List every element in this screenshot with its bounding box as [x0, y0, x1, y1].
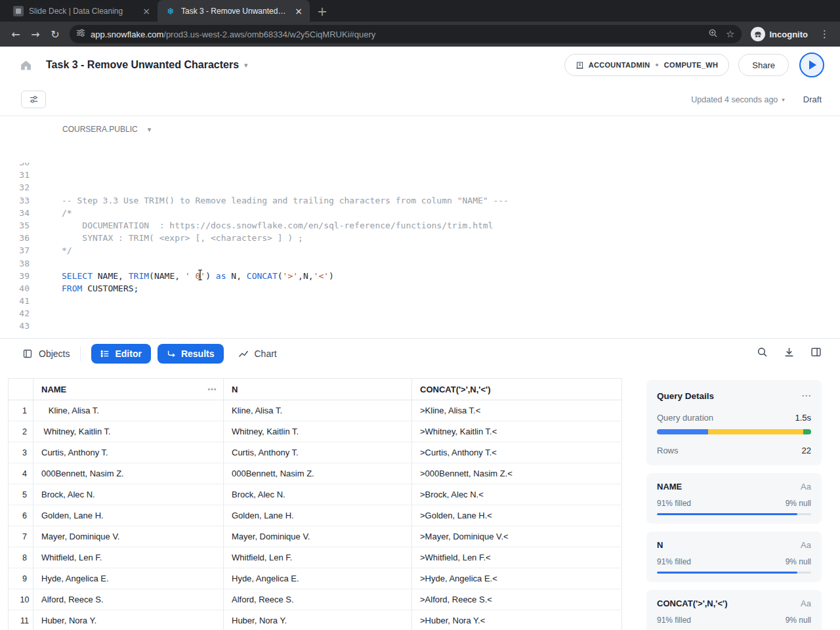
cell-name[interactable]: Golden, Lane H. — [33, 505, 224, 526]
code-line[interactable]: 30 — [0, 163, 840, 169]
table-row[interactable]: 11Huber, Nora Y.Huber, Nora Y.>Huber, No… — [9, 610, 622, 630]
tab-editor[interactable]: Editor — [91, 344, 150, 364]
tab-close-icon[interactable]: × — [140, 6, 152, 16]
cell-concat[interactable]: >Huber, Nora Y.< — [412, 610, 622, 630]
site-settings-icon[interactable] — [76, 28, 85, 40]
table-row[interactable]: 2 Whitney, Kaitlin T.Whitney, Kaitlin T.… — [9, 421, 622, 442]
cell-n[interactable]: Kline, Alisa T. — [224, 400, 412, 421]
line-number: 33 — [0, 194, 30, 207]
code-line[interactable]: 31 — [0, 169, 840, 181]
cell-name[interactable]: Alford, Reece S. — [33, 589, 224, 610]
column-header-name[interactable]: NAME ⋯ — [33, 379, 224, 400]
layout-toggle-button[interactable] — [810, 346, 822, 360]
run-button[interactable] — [799, 52, 824, 77]
cell-n[interactable]: Whitney, Kaitlin T. — [224, 421, 412, 442]
updated-status[interactable]: Updated 4 seconds ago ▾ — [691, 95, 785, 104]
download-button[interactable] — [784, 346, 795, 360]
sql-editor[interactable]: COURSERA.PUBLIC ▾ 30313233-- Step 3.3 Us… — [0, 116, 840, 338]
table-row[interactable]: 6Golden, Lane H.Golden, Lane H.>Golden, … — [9, 505, 622, 526]
column-header-concat[interactable]: CONCAT('>',N,'<') — [412, 379, 622, 400]
code-line[interactable]: 33-- Step 3.3 Use TRIM() to Remove leadi… — [0, 194, 840, 207]
column-stat-card[interactable]: CONCAT('>',N,'<')Aa91% filled9% null — [646, 590, 822, 630]
cell-name[interactable]: Brock, Alec N. — [33, 484, 224, 505]
cell-concat[interactable]: >000Bennett, Nasim Z.< — [412, 463, 622, 484]
cell-n[interactable]: Whitfield, Len F. — [224, 547, 412, 568]
cell-concat[interactable]: >Golden, Lane H.< — [412, 505, 622, 526]
code-line[interactable]: 42 — [0, 307, 840, 320]
code-line[interactable]: 36 SYNTAX : TRIM( <expr> [, <characters>… — [0, 232, 840, 244]
back-button[interactable]: ← — [7, 25, 25, 43]
cell-n[interactable]: Brock, Alec N. — [224, 484, 412, 505]
search-button[interactable] — [757, 346, 768, 360]
address-bar[interactable]: app.snowflake.com/prod3.us-west-2.aws/om… — [70, 25, 742, 43]
tab-chart[interactable]: Chart — [238, 348, 277, 359]
duration-label: Query duration — [657, 413, 713, 423]
cell-name[interactable]: Mayer, Dominique V. — [33, 526, 224, 547]
forward-button[interactable]: → — [26, 25, 45, 43]
code-line[interactable]: 38 — [0, 257, 840, 270]
cell-concat[interactable]: >Kline, Alisa T.< — [412, 400, 622, 421]
cell-concat[interactable]: >Curtis, Anthony T.< — [412, 442, 622, 463]
table-row[interactable]: 7Mayer, Dominique V.Mayer, Dominique V.>… — [9, 526, 622, 547]
column-header-n[interactable]: N — [224, 379, 412, 400]
sidebar-toggle-button[interactable] — [21, 91, 46, 108]
zoom-icon[interactable] — [708, 28, 718, 41]
cell-name[interactable]: Hyde, Angelica E. — [33, 568, 224, 589]
browser-menu-button[interactable]: ⋮ — [816, 28, 833, 40]
code-line[interactable]: 32 — [0, 181, 840, 194]
cell-n[interactable]: Huber, Nora Y. — [224, 610, 412, 630]
code-line[interactable]: 37*/ — [0, 244, 840, 257]
code-line[interactable]: 43 — [0, 320, 840, 332]
cell-name[interactable]: Huber, Nora Y. — [33, 610, 224, 630]
cell-concat[interactable]: >Whitfield, Len F.< — [412, 547, 622, 568]
cell-n[interactable]: Alford, Reece S. — [224, 589, 412, 610]
cell-n[interactable]: Curtis, Anthony T. — [224, 442, 412, 463]
browser-tab[interactable]: ❄Task 3 - Remove Unwanted Characters× — [158, 0, 310, 22]
reload-button[interactable]: ↻ — [46, 25, 64, 43]
cell-n[interactable]: 000Bennett, Nasim Z. — [224, 463, 412, 484]
column-stat-card[interactable]: NAa91% filled9% null — [646, 532, 822, 582]
more-menu-icon[interactable]: ⋯ — [801, 390, 811, 402]
cell-name[interactable]: Whitney, Kaitlin T. — [33, 421, 224, 442]
code-line[interactable]: 39SELECT NAME, TRIM(NAME, ' 0') as N, CO… — [0, 270, 840, 282]
cell-concat[interactable]: >Alford, Reece S.< — [412, 589, 622, 610]
session-context-button[interactable]: ACCOUNTADMIN • COMPUTE_WH — [564, 54, 730, 76]
line-number: 38 — [0, 257, 30, 270]
cell-n[interactable]: Golden, Lane H. — [224, 505, 412, 526]
table-row[interactable]: 9Hyde, Angelica E.Hyde, Angelica E.>Hyde… — [9, 568, 622, 589]
results-section: NAME ⋯ N CONCAT('>',N,'<') 1 Kline, Alis… — [0, 368, 840, 630]
cell-name[interactable]: Whitfield, Len F. — [33, 547, 224, 568]
code-line[interactable]: 35 DOCUMENTATION : https://docs.snowflak… — [0, 219, 840, 232]
home-button[interactable] — [14, 54, 37, 76]
database-context-selector[interactable]: COURSERA.PUBLIC ▾ — [62, 125, 151, 134]
code-line[interactable]: 41 — [0, 295, 840, 307]
browser-tab[interactable]: Slide Deck | Data Cleaning× — [5, 0, 158, 22]
new-tab-button[interactable]: + — [314, 3, 331, 20]
tab-objects[interactable]: Objects — [22, 348, 70, 359]
cell-concat[interactable]: >Hyde, Angelica E.< — [412, 568, 622, 589]
table-row[interactable]: 5Brock, Alec N.Brock, Alec N.>Brock, Ale… — [9, 484, 622, 505]
tab-close-icon[interactable]: × — [293, 6, 304, 16]
cell-n[interactable]: Mayer, Dominique V. — [224, 526, 412, 547]
cell-concat[interactable]: >Brock, Alec N.< — [412, 484, 622, 505]
context-caret-icon: ▾ — [148, 125, 152, 134]
table-row[interactable]: 4000Bennett, Nasim Z.000Bennett, Nasim Z… — [9, 463, 622, 484]
table-row[interactable]: 10Alford, Reece S.Alford, Reece S.>Alfor… — [9, 589, 622, 610]
tab-results[interactable]: Results — [158, 344, 224, 364]
cell-n[interactable]: Hyde, Angelica E. — [224, 568, 412, 589]
bookmark-star-icon[interactable]: ☆ — [726, 28, 734, 40]
share-button[interactable]: Share — [738, 54, 789, 76]
table-row[interactable]: 3Curtis, Anthony T.Curtis, Anthony T.>Cu… — [9, 442, 622, 463]
table-row[interactable]: 8Whitfield, Len F.Whitfield, Len F.>Whit… — [9, 547, 622, 568]
code-line[interactable]: 34/* — [0, 207, 840, 219]
code-line[interactable]: 40FROM CUSTOMERS; — [0, 282, 840, 295]
column-menu-icon[interactable]: ⋯ — [207, 384, 217, 394]
table-row[interactable]: 1 Kline, Alisa T.Kline, Alisa T.>Kline, … — [9, 400, 622, 421]
cell-concat[interactable]: >Mayer, Dominique V.< — [412, 526, 622, 547]
cell-name[interactable]: 000Bennett, Nasim Z. — [33, 463, 224, 484]
title-menu-caret-icon[interactable]: ▾ — [244, 61, 248, 70]
column-stat-card[interactable]: NAMEAa91% filled9% null — [646, 473, 822, 524]
cell-name[interactable]: Kline, Alisa T. — [33, 400, 224, 421]
cell-name[interactable]: Curtis, Anthony T. — [33, 442, 224, 463]
cell-concat[interactable]: >Whitney, Kaitlin T.< — [412, 421, 622, 442]
